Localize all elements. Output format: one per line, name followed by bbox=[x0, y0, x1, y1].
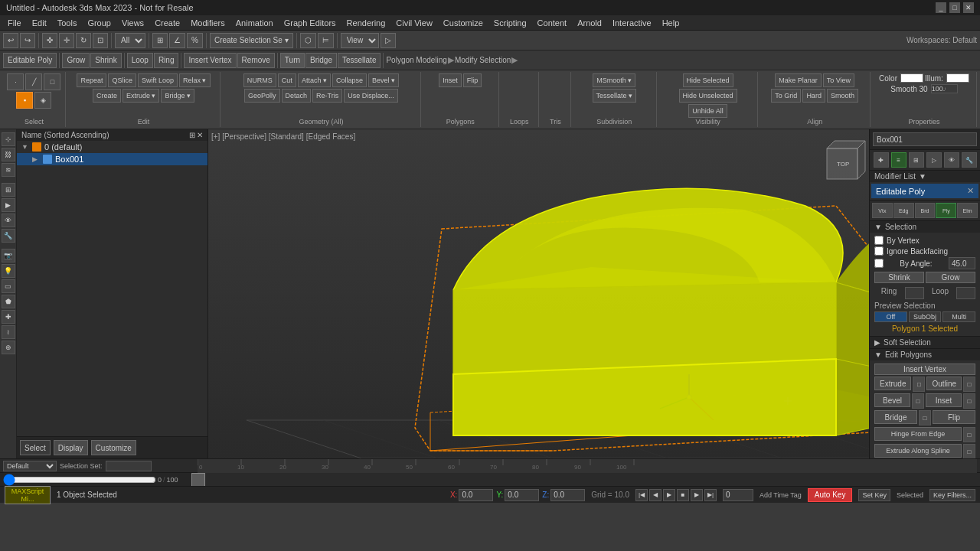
polygon-mode-btn[interactable]: ▪ bbox=[16, 92, 33, 109]
edge-mode-btn[interactable]: ╱ bbox=[25, 73, 42, 90]
menu-help[interactable]: Help bbox=[658, 18, 684, 28]
play-btn[interactable]: ▶ bbox=[663, 489, 675, 501]
light-btn[interactable]: 💡 bbox=[2, 264, 15, 278]
menu-group[interactable]: Group bbox=[83, 18, 116, 28]
insert-v-btn[interactable]: Inset bbox=[439, 73, 462, 87]
create-panel-btn[interactable]: ✚ bbox=[874, 152, 889, 168]
y-coord-input[interactable] bbox=[505, 489, 539, 501]
editable-poly-modifier[interactable]: Editable Poly ✕ bbox=[871, 184, 978, 198]
window-controls[interactable]: _ □ ✕ bbox=[936, 2, 974, 13]
bridge-sub-btn[interactable]: Bridge bbox=[305, 53, 337, 68]
vertex-sub-btn[interactable]: Vtx bbox=[872, 203, 893, 218]
menu-create[interactable]: Create bbox=[150, 18, 185, 28]
viewcube[interactable]: TOP bbox=[815, 137, 861, 183]
grow-prop-btn[interactable]: Grow bbox=[926, 272, 975, 283]
create-selection-set-btn[interactable]: Create Selection Se ▾ bbox=[210, 33, 293, 48]
element-mode-btn[interactable]: ◈ bbox=[34, 92, 51, 109]
qslice-btn[interactable]: QSlice bbox=[108, 73, 136, 87]
multi-radio-btn[interactable]: Multi bbox=[942, 311, 975, 322]
off-radio-btn[interactable]: Off bbox=[874, 311, 907, 322]
inset-options-btn[interactable]: □ bbox=[963, 393, 975, 409]
hierarchy-btn[interactable]: ⊞ bbox=[2, 183, 15, 197]
loop-btn[interactable]: Loop bbox=[127, 53, 153, 68]
extrude-along-spline-btn[interactable]: Extrude Along Spline bbox=[874, 444, 962, 458]
relax-btn[interactable]: Relax ▾ bbox=[179, 73, 211, 87]
bridge-options-btn[interactable]: □ bbox=[919, 410, 931, 425]
modify-panel-btn[interactable]: ≡ bbox=[891, 152, 906, 168]
maxscript-label[interactable]: MAXScript Mi... bbox=[5, 486, 51, 504]
menu-civil-view[interactable]: Civil View bbox=[391, 18, 436, 28]
percent-snap-btn[interactable]: % bbox=[187, 33, 203, 48]
system-btn[interactable]: ⊕ bbox=[2, 341, 15, 354]
scale-btn[interactable]: ⊡ bbox=[93, 33, 108, 48]
stop-btn[interactable]: ■ bbox=[677, 489, 689, 501]
unhide-all-btn[interactable]: Unhide All bbox=[688, 104, 727, 118]
swift-loop-btn[interactable]: Swift Loop bbox=[138, 73, 178, 87]
menu-file[interactable]: File bbox=[3, 18, 26, 28]
soft-selection-header[interactable]: ▶ Soft Selection bbox=[870, 337, 980, 348]
undo-btn[interactable]: ↩ bbox=[3, 33, 18, 48]
first-frame-btn[interactable]: |◀ bbox=[635, 489, 648, 501]
attach-btn[interactable]: Attach ▾ bbox=[298, 73, 331, 87]
move-btn[interactable]: ✛ bbox=[59, 33, 74, 48]
by-angle-checkbox[interactable] bbox=[874, 259, 884, 268]
hinge-options-btn[interactable]: □ bbox=[963, 427, 975, 442]
camera-btn[interactable]: 📷 bbox=[2, 249, 15, 262]
border-mode-btn[interactable]: □ bbox=[44, 73, 60, 90]
menu-customize[interactable]: Customize bbox=[439, 18, 488, 28]
cut-btn[interactable]: Cut bbox=[278, 73, 296, 87]
time-cursor[interactable] bbox=[191, 473, 205, 487]
ignore-backfacing-checkbox[interactable] bbox=[874, 246, 884, 256]
menu-edit[interactable]: Edit bbox=[28, 18, 51, 28]
extrude-prop-btn[interactable]: Extrude bbox=[874, 377, 911, 390]
key-filters-btn[interactable]: Key Filters... bbox=[929, 489, 975, 501]
re-tris-btn[interactable]: Re-Tris bbox=[312, 89, 342, 103]
detach-btn[interactable]: Detach bbox=[282, 89, 312, 103]
utilities-panel-btn[interactable]: 🔧 bbox=[962, 152, 977, 168]
close-panel-btn[interactable]: ✕ bbox=[197, 131, 203, 139]
z-coord-input[interactable] bbox=[550, 489, 585, 501]
to-view-btn[interactable]: To View bbox=[823, 73, 854, 87]
inset-prop-btn[interactable]: Inset bbox=[926, 393, 962, 407]
timeline-slider[interactable] bbox=[191, 473, 980, 487]
timeline-ruler[interactable]: 0 10 20 30 40 50 60 70 80 90 1 bbox=[198, 459, 977, 473]
editable-poly-btn[interactable]: Editable Poly bbox=[3, 53, 57, 68]
redo-btn[interactable]: ↪ bbox=[20, 33, 35, 48]
by-vertex-checkbox[interactable] bbox=[874, 236, 884, 245]
customize-tab[interactable]: Customize bbox=[91, 440, 136, 455]
utilities-btn[interactable]: 🔧 bbox=[2, 229, 15, 243]
border-sub-btn[interactable]: Brd bbox=[915, 203, 936, 218]
space-warp-btn[interactable]: ≀ bbox=[2, 325, 15, 339]
illum-swatch-ribbon[interactable] bbox=[946, 73, 969, 83]
menu-modifiers[interactable]: Modifiers bbox=[186, 18, 230, 28]
extrude-options-btn[interactable]: □ bbox=[913, 377, 925, 392]
ring-input[interactable] bbox=[905, 287, 924, 299]
display-tab[interactable]: Display bbox=[54, 440, 88, 455]
last-frame-btn[interactable]: ▶| bbox=[704, 489, 717, 501]
render-frame-btn[interactable]: ▷ bbox=[381, 33, 396, 48]
extrude-spline-options-btn[interactable]: □ bbox=[963, 444, 975, 458]
next-key-btn[interactable]: ▶ bbox=[691, 489, 703, 501]
create-btn[interactable]: Create bbox=[93, 89, 121, 103]
poly-sub-btn[interactable]: Ply bbox=[936, 203, 956, 218]
vertex-mode-btn[interactable]: · bbox=[7, 73, 24, 90]
rotate-btn[interactable]: ↻ bbox=[76, 33, 91, 48]
select-icon-btn[interactable]: ⊹ bbox=[2, 132, 15, 146]
motion-panel-btn[interactable]: ▷ bbox=[926, 152, 942, 168]
subobj-radio-btn[interactable]: SubObj bbox=[909, 311, 942, 322]
motion-btn[interactable]: ▶ bbox=[2, 198, 15, 212]
hide-selected-btn[interactable]: Hide Selected bbox=[683, 73, 733, 87]
modifier-list-dropdown[interactable]: ▼ bbox=[919, 172, 926, 181]
display-btn[interactable]: 👁 bbox=[2, 214, 15, 227]
menu-scripting[interactable]: Scripting bbox=[489, 18, 531, 28]
tree-item-scene[interactable]: ▼ 0 (default) bbox=[17, 141, 207, 153]
close-btn[interactable]: ✕ bbox=[963, 2, 974, 13]
menu-views[interactable]: Views bbox=[117, 18, 149, 28]
prev-key-btn[interactable]: ◀ bbox=[649, 489, 662, 501]
menu-arnold[interactable]: Arnold bbox=[573, 18, 606, 28]
ring-btn[interactable]: Ring bbox=[154, 53, 179, 68]
menu-animation[interactable]: Animation bbox=[231, 18, 278, 28]
maximize-btn[interactable]: □ bbox=[949, 2, 960, 13]
insert-vertex-btn2[interactable]: Insert Vertex bbox=[184, 53, 236, 68]
bevel-prop-btn[interactable]: Bevel bbox=[874, 393, 910, 407]
